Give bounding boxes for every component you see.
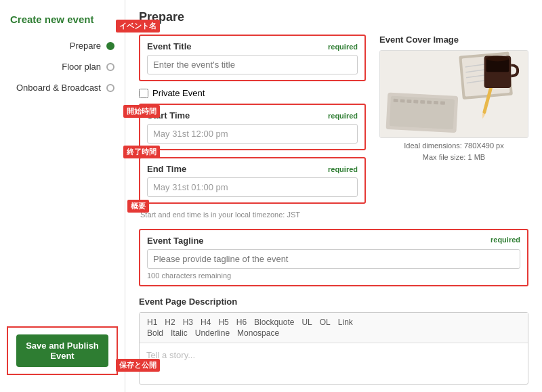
end-time-group: End Time required xyxy=(139,157,366,204)
sidebar-item-prepare-dot xyxy=(106,42,114,50)
svg-point-21 xyxy=(486,56,509,62)
description-label: Event Page Description xyxy=(139,297,528,307)
event-title-label: Event Title xyxy=(147,41,192,51)
toolbar-ul[interactable]: UL xyxy=(299,317,314,328)
svg-rect-10 xyxy=(440,101,445,104)
sidebar-item-floorplan[interactable]: Floor plan xyxy=(0,56,125,77)
sidebar: Create new event Prepare Floor plan Onbo… xyxy=(0,0,125,392)
rich-editor: H1 H2 H3 H4 H5 H6 Blockquote UL OL Link … xyxy=(139,312,528,385)
toolbar-row-1: H1 H2 H3 H4 H5 H6 Blockquote UL OL Link xyxy=(145,317,522,328)
sidebar-item-onboard[interactable]: Onboard & Broadcast xyxy=(0,77,125,98)
tagline-section: Event Tagline required 100 characters re… xyxy=(139,229,528,286)
tagline-label: Event Tagline xyxy=(147,236,204,246)
top-section: Event Title required Private Event Start… xyxy=(139,35,528,219)
sidebar-item-onboard-label: Onboard & Broadcast xyxy=(16,83,101,93)
annotation-start-time: 開始時間 xyxy=(123,105,160,118)
end-time-label-row: End Time required xyxy=(147,164,358,174)
cover-image-preview[interactable] xyxy=(379,50,528,138)
svg-rect-7 xyxy=(420,100,425,104)
sidebar-item-prepare[interactable]: Prepare xyxy=(0,35,125,56)
event-title-input[interactable] xyxy=(147,55,358,74)
svg-rect-9 xyxy=(434,101,438,104)
toolbar-h4[interactable]: H4 xyxy=(199,317,213,328)
end-time-input[interactable] xyxy=(147,177,358,197)
toolbar-italic[interactable]: Italic xyxy=(169,328,190,339)
form-section: Event Title required Private Event Start… xyxy=(139,35,366,219)
editor-toolbar: H1 H2 H3 H4 H5 H6 Blockquote UL OL Link … xyxy=(140,313,528,343)
start-time-group: Start Time required xyxy=(139,104,366,150)
toolbar-h3[interactable]: H3 xyxy=(181,317,195,328)
tagline-char-count: 100 characters remaining xyxy=(147,271,520,280)
sidebar-item-floorplan-dot xyxy=(106,63,114,71)
toolbar-monospace[interactable]: Monospace xyxy=(235,328,281,339)
annotation-summary: 概要 xyxy=(127,200,149,213)
toolbar-h5[interactable]: H5 xyxy=(216,317,230,328)
toolbar-h1[interactable]: H1 xyxy=(145,317,159,328)
toolbar-blockquote[interactable]: Blockquote xyxy=(252,317,296,328)
annotation-end-time: 終了時間 xyxy=(123,146,160,158)
event-title-label-row: Event Title required xyxy=(147,41,358,51)
main-content: Prepare Event Title required Private Eve… xyxy=(125,0,542,392)
editor-body[interactable]: Tell a story... xyxy=(140,343,528,384)
svg-rect-6 xyxy=(413,100,418,103)
toolbar-link[interactable]: Link xyxy=(336,317,355,328)
timezone-note: Start and end time is in your local time… xyxy=(139,211,366,219)
cover-image-label: Event Cover Image xyxy=(379,35,528,45)
start-time-label-row: Start Time required xyxy=(147,110,358,121)
annotation-save: 保存と公開 xyxy=(116,359,160,372)
private-event-row: Private Event xyxy=(139,88,366,98)
sidebar-item-floorplan-label: Floor plan xyxy=(62,62,101,72)
annotation-event-title: イベント名 xyxy=(116,20,160,32)
svg-rect-4 xyxy=(400,99,404,102)
event-title-required: required xyxy=(328,43,358,51)
event-title-group: Event Title required xyxy=(139,35,366,81)
start-time-input[interactable] xyxy=(147,124,358,144)
sidebar-item-prepare-label: Prepare xyxy=(70,41,101,51)
toolbar-ol[interactable]: OL xyxy=(318,317,333,328)
toolbar-bold[interactable]: Bold xyxy=(145,328,165,339)
save-publish-button[interactable]: Save and Publish Event xyxy=(16,334,108,367)
toolbar-row-2: Bold Italic Underline Monospace xyxy=(145,328,522,339)
start-time-required: required xyxy=(328,112,358,120)
private-event-checkbox[interactable] xyxy=(139,89,148,98)
sidebar-item-onboard-dot xyxy=(106,84,114,92)
page-title: Prepare xyxy=(139,10,528,24)
image-section: Event Cover Image xyxy=(379,35,528,219)
private-event-label: Private Event xyxy=(152,88,205,98)
tagline-label-row: Event Tagline required xyxy=(147,236,520,246)
end-time-label: End Time xyxy=(147,164,186,174)
toolbar-h2[interactable]: H2 xyxy=(163,317,177,328)
cover-image-dimensions: Ideal dimensions: 780X490 px xyxy=(379,141,528,150)
svg-rect-3 xyxy=(394,99,398,102)
tagline-required: required xyxy=(491,236,520,246)
sidebar-title: Create new event xyxy=(0,7,125,35)
toolbar-h6[interactable]: H6 xyxy=(234,317,249,328)
cover-image-svg xyxy=(380,50,528,138)
tagline-input[interactable] xyxy=(147,249,520,269)
svg-rect-5 xyxy=(406,100,411,103)
description-section: Event Page Description H1 H2 H3 H4 H5 H6… xyxy=(139,297,528,385)
toolbar-underline[interactable]: Underline xyxy=(193,328,232,339)
cover-image-maxsize: Max file size: 1 MB xyxy=(379,153,528,161)
svg-rect-8 xyxy=(427,100,432,104)
end-time-required: required xyxy=(328,165,358,173)
